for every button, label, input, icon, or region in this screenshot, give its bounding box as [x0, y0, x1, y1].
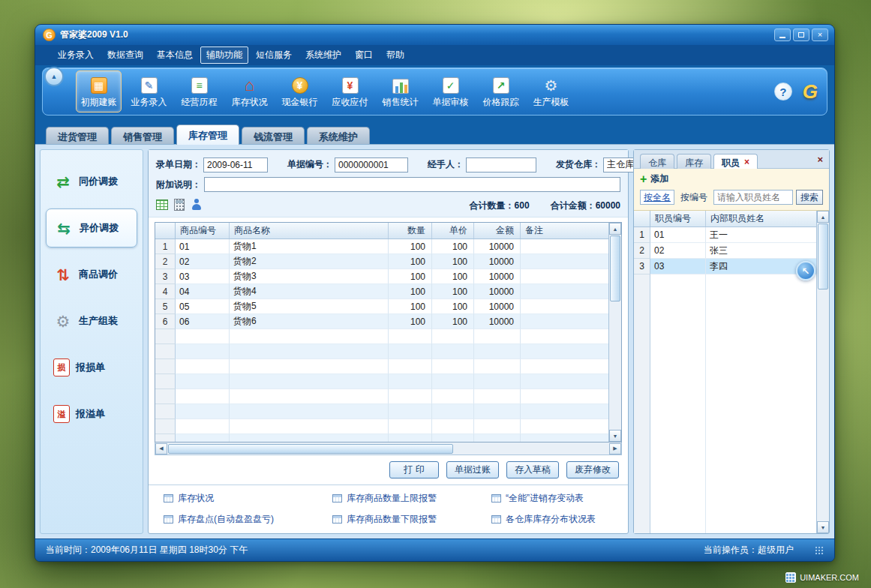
empty-row[interactable]	[155, 344, 608, 359]
tab-staff[interactable]: 职员 ×	[713, 154, 758, 169]
tab-sales-management[interactable]: 销售管理	[111, 127, 174, 145]
title-bar[interactable]: G 管家婆2009 V1.0 ×	[35, 25, 834, 45]
vertical-scrollbar[interactable]: ▲ ▼	[608, 223, 621, 442]
scroll-down-icon[interactable]: ▼	[817, 521, 829, 533]
tab-inventory-management[interactable]: 库存管理	[176, 124, 239, 145]
link-qty-upper-limit-alert[interactable]: 库存商品数量上限报警	[332, 492, 491, 505]
cell-qty[interactable]: 100	[389, 314, 432, 329]
cell-note[interactable]	[521, 239, 608, 254]
cell-staff-code[interactable]: 02	[650, 243, 706, 259]
column-header-staff-code[interactable]: 职员编号	[650, 211, 706, 226]
link-inventory-status[interactable]: 库存状况	[164, 492, 332, 505]
tab-cashflow-management[interactable]: 钱流管理	[242, 127, 305, 145]
cell-qty[interactable]: 100	[389, 284, 432, 299]
empty-row[interactable]	[155, 374, 608, 389]
table-row[interactable]: 2 02 货物2 100 100 10000	[155, 254, 608, 269]
cell-amount[interactable]: 10000	[474, 284, 521, 299]
sidebar-item-diff-price-transfer[interactable]: ⇆ 异价调拨	[46, 208, 137, 248]
toolbar-item-document-audit[interactable]: ✓ 单据审核	[428, 70, 473, 112]
vertical-scrollbar[interactable]: ▲ ▼	[816, 211, 829, 533]
cell-name[interactable]: 货物1	[230, 239, 389, 254]
column-header-amount[interactable]: 金额	[474, 223, 521, 238]
cell-code[interactable]: 01	[176, 239, 230, 254]
collapse-toolbar-button[interactable]: ▲	[44, 67, 64, 86]
discard-changes-button[interactable]: 废弃修改	[566, 461, 619, 478]
close-button[interactable]: ×	[812, 28, 828, 41]
menu-data-query[interactable]: 数据查询	[101, 46, 149, 64]
minimize-button[interactable]	[774, 28, 791, 41]
cell-amount[interactable]: 10000	[474, 269, 521, 284]
staff-row-selected[interactable]: 3 03 李四	[634, 259, 816, 274]
horizontal-scrollbar[interactable]: ◀ ▶	[155, 442, 622, 455]
empty-row[interactable]	[155, 434, 608, 442]
cell-note[interactable]	[521, 269, 608, 284]
close-tab-icon[interactable]: ×	[744, 157, 749, 169]
scroll-right-icon[interactable]: ▶	[609, 443, 621, 454]
cell-note[interactable]	[521, 254, 608, 269]
column-header-price[interactable]: 单价	[432, 223, 474, 238]
resize-grip[interactable]	[815, 546, 824, 555]
cell-name[interactable]: 货物2	[230, 254, 389, 269]
menu-help[interactable]: 帮助	[380, 46, 410, 64]
cell-code[interactable]: 05	[176, 299, 230, 314]
calculator-icon[interactable]	[174, 199, 185, 211]
toolbar-item-inventory-status[interactable]: ⌂ 库存状况	[227, 70, 272, 112]
cell-code[interactable]: 06	[176, 314, 230, 329]
cell-qty[interactable]: 100	[389, 254, 432, 269]
doc-no-input[interactable]	[335, 158, 408, 172]
scroll-up-icon[interactable]: ▲	[817, 211, 829, 223]
toolbar-item-production-template[interactable]: ⚙ 生产模板	[528, 70, 574, 112]
search-by-code-toggle[interactable]: 按编号	[677, 190, 710, 205]
cell-price[interactable]: 100	[432, 314, 474, 329]
menu-window[interactable]: 窗口	[349, 46, 379, 64]
link-almighty-flow-report[interactable]: “全能”进销存变动表	[491, 492, 619, 505]
table-row[interactable]: 6 06 货物6 100 100 10000	[155, 314, 608, 329]
link-stocktake[interactable]: 库存盘点(自动盘盈盘亏)	[164, 513, 332, 526]
table-row[interactable]: 3 03 货物3 100 100 10000	[155, 269, 608, 284]
menu-system-maintenance[interactable]: 系统维护	[299, 46, 347, 64]
menu-basic-info[interactable]: 基本信息	[151, 46, 199, 64]
column-header-staff-name[interactable]: 内部职员姓名	[706, 211, 816, 226]
staff-search-input[interactable]	[713, 190, 793, 205]
cell-code[interactable]: 03	[176, 269, 230, 284]
save-draft-button[interactable]: 存入草稿	[506, 461, 559, 478]
tab-purchase-management[interactable]: 进货管理	[46, 127, 109, 145]
cell-qty[interactable]: 100	[389, 269, 432, 284]
person-icon[interactable]	[191, 199, 203, 211]
menu-sms-service[interactable]: 短信服务	[250, 46, 298, 64]
empty-row[interactable]	[155, 359, 608, 374]
sidebar-item-production-assembly[interactable]: ⚙ 生产组装	[46, 302, 137, 340]
cell-qty[interactable]: 100	[389, 239, 432, 254]
cell-qty[interactable]: 100	[389, 299, 432, 314]
toolbar-item-cash-bank[interactable]: ¥ 现金银行	[277, 70, 323, 112]
column-header-code[interactable]: 商品编号	[176, 223, 230, 238]
cell-name[interactable]: 货物5	[230, 299, 389, 314]
cell-amount[interactable]: 10000	[474, 254, 521, 269]
scrollbar-thumb[interactable]	[168, 444, 453, 454]
cell-staff-code[interactable]: 01	[650, 227, 706, 243]
cell-note[interactable]	[521, 299, 608, 314]
toolbar-item-price-tracking[interactable]: ↗ 价格跟踪	[478, 70, 524, 112]
scroll-left-icon[interactable]: ◀	[155, 443, 167, 454]
cell-amount[interactable]: 10000	[474, 299, 521, 314]
search-button[interactable]: 搜索	[796, 190, 823, 205]
column-header-name[interactable]: 商品名称	[230, 223, 389, 238]
cell-staff-code[interactable]: 03	[650, 259, 706, 274]
cell-code[interactable]: 04	[176, 284, 230, 299]
cell-note[interactable]	[521, 284, 608, 299]
cell-price[interactable]: 100	[432, 239, 474, 254]
cell-price[interactable]: 100	[432, 284, 474, 299]
table-view-icon[interactable]	[156, 200, 168, 210]
toolbar-item-sales-statistics[interactable]: 销售统计	[377, 70, 423, 112]
add-staff-button[interactable]: + 添加	[640, 172, 823, 185]
print-button[interactable]: 打 印	[389, 461, 439, 478]
panel-close-icon[interactable]: ×	[817, 154, 823, 165]
column-header-note[interactable]: 备注	[521, 223, 608, 238]
note-input[interactable]	[204, 177, 620, 192]
column-header-qty[interactable]: 数量	[389, 223, 432, 238]
cell-staff-name[interactable]: 张三	[706, 243, 816, 259]
cell-amount[interactable]: 10000	[474, 314, 521, 329]
empty-row[interactable]	[155, 419, 608, 434]
link-qty-lower-limit-alert[interactable]: 库存商品数量下限报警	[332, 513, 491, 526]
cell-price[interactable]: 100	[432, 254, 474, 269]
